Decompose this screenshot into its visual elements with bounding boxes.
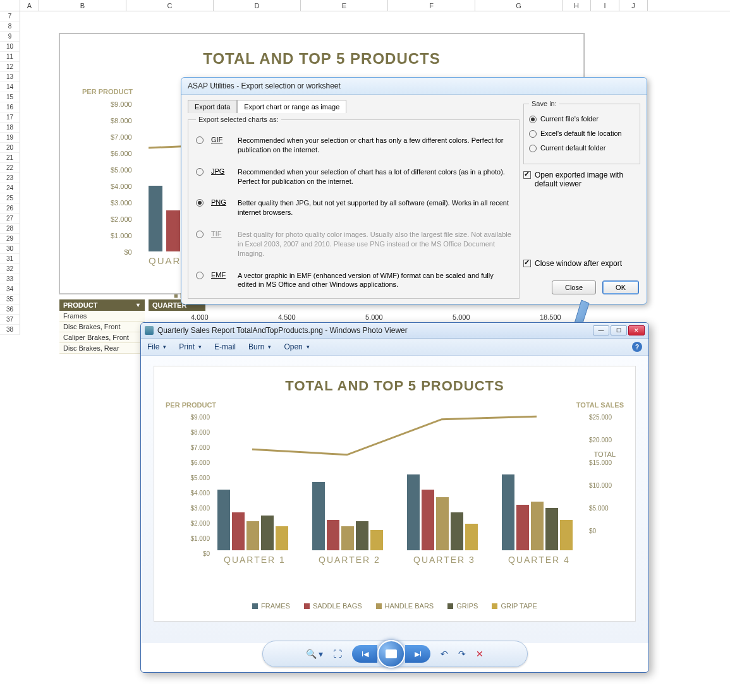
delete-icon[interactable]: ✕ bbox=[476, 649, 484, 659]
checkbox-icon[interactable] bbox=[523, 260, 531, 267]
chart-legend: FRAMESSADDLE BAGSHANDLE BARSGRIPSGRIP TA… bbox=[154, 602, 635, 610]
help-icon[interactable]: ? bbox=[632, 342, 642, 352]
row-header[interactable]: 22 bbox=[0, 163, 20, 173]
row-header[interactable]: 19 bbox=[0, 133, 20, 143]
open-viewer-option[interactable]: Open exported image with default viewer bbox=[523, 171, 640, 188]
row-header[interactable]: 35 bbox=[0, 294, 20, 305]
previous-button[interactable]: I◀ bbox=[352, 645, 377, 663]
menu-email[interactable]: E-mail bbox=[214, 342, 236, 351]
row-header[interactable]: 9 bbox=[0, 32, 20, 42]
row-header[interactable]: 33 bbox=[0, 274, 20, 284]
row-header[interactable]: 11 bbox=[0, 52, 20, 62]
row-header[interactable]: 21 bbox=[0, 153, 20, 163]
column-header[interactable]: D bbox=[214, 0, 301, 11]
fit-icon[interactable]: ⛶ bbox=[333, 649, 342, 659]
column-header[interactable]: C bbox=[126, 0, 214, 11]
row-header[interactable]: 23 bbox=[0, 173, 20, 183]
row-header[interactable]: 34 bbox=[0, 284, 20, 294]
row-header[interactable]: 17 bbox=[0, 112, 20, 123]
column-header[interactable]: H bbox=[563, 0, 591, 11]
filter-dropdown-icon[interactable]: ▼ bbox=[135, 302, 141, 308]
row-header[interactable]: 25 bbox=[0, 193, 20, 203]
tab-export-image[interactable]: Export chart or range as image bbox=[237, 100, 346, 113]
row-header[interactable]: 32 bbox=[0, 264, 20, 274]
row-header[interactable]: 13 bbox=[0, 72, 20, 82]
column-header[interactable]: J bbox=[619, 0, 648, 11]
row-header[interactable]: 16 bbox=[0, 102, 20, 112]
column-header[interactable] bbox=[0, 0, 20, 11]
table-cell[interactable]: 5.000 bbox=[453, 313, 470, 321]
row-header[interactable]: 37 bbox=[0, 315, 20, 325]
close-after-option[interactable]: Close window after export bbox=[523, 259, 640, 268]
row-header[interactable]: 7 bbox=[0, 11, 20, 21]
ok-button[interactable]: OK bbox=[602, 281, 639, 294]
save-option[interactable]: Current default folder bbox=[529, 144, 635, 152]
menu-file[interactable]: File bbox=[147, 342, 166, 351]
close-button[interactable]: Close bbox=[552, 281, 596, 294]
format-option-emf[interactable]: EMFA vector graphic in EMF (enhanced ver… bbox=[196, 271, 511, 290]
row-header[interactable]: 10 bbox=[0, 42, 20, 52]
format-option-gif[interactable]: GIFRecommended when your selection or ch… bbox=[196, 136, 511, 155]
radio-icon[interactable] bbox=[196, 168, 204, 176]
table-row[interactable]: Disc Brakes, Rear bbox=[59, 343, 145, 354]
row-header[interactable]: 8 bbox=[0, 21, 20, 32]
table-row[interactable]: Frames bbox=[59, 311, 145, 322]
zoom-icon[interactable]: 🔍 ▾ bbox=[306, 649, 324, 659]
row-header[interactable]: 27 bbox=[0, 214, 20, 224]
maximize-button[interactable]: ☐ bbox=[611, 325, 627, 335]
open-viewer-label: Open exported image with default viewer bbox=[535, 171, 640, 188]
column-header[interactable]: F bbox=[388, 0, 475, 11]
row-header[interactable]: 26 bbox=[0, 203, 20, 214]
close-button[interactable]: ✕ bbox=[628, 325, 645, 335]
save-option[interactable]: Excel's default file location bbox=[529, 130, 635, 138]
table-cell[interactable]: 4.000 bbox=[191, 313, 209, 321]
radio-icon[interactable] bbox=[196, 199, 204, 207]
row-header[interactable]: 29 bbox=[0, 234, 20, 244]
row-header[interactable]: 12 bbox=[0, 62, 20, 72]
row-header[interactable]: 14 bbox=[0, 82, 20, 92]
menu-print[interactable]: Print bbox=[179, 342, 202, 351]
row-header[interactable]: 38 bbox=[0, 325, 20, 335]
row-header[interactable]: 36 bbox=[0, 305, 20, 315]
radio-icon[interactable] bbox=[529, 145, 537, 152]
rotate-cw-icon[interactable]: ↷ bbox=[458, 649, 466, 659]
save-option[interactable]: Current file's folder bbox=[529, 115, 635, 123]
photo-viewer-window: Quarterly Sales Report TotalAndTopProduc… bbox=[140, 322, 649, 673]
radio-icon[interactable] bbox=[196, 136, 204, 144]
row-header[interactable]: 24 bbox=[0, 183, 20, 193]
table-row[interactable]: Disc Brakes, Front bbox=[59, 322, 145, 332]
slideshow-button[interactable] bbox=[377, 640, 405, 668]
menu-burn[interactable]: Burn bbox=[248, 342, 271, 351]
checkbox-icon[interactable] bbox=[523, 171, 531, 179]
table-cell[interactable]: 5.000 bbox=[365, 313, 383, 321]
minimize-button[interactable]: ― bbox=[593, 325, 609, 335]
row-header[interactable]: 31 bbox=[0, 254, 20, 264]
row-header[interactable]: 15 bbox=[0, 92, 20, 102]
row-header[interactable]: 28 bbox=[0, 224, 20, 234]
photo-viewer-titlebar[interactable]: Quarterly Sales Report TotalAndTopProduc… bbox=[141, 323, 648, 339]
rotate-ccw-icon[interactable]: ↶ bbox=[441, 649, 448, 659]
table-cell[interactable]: 18.500 bbox=[540, 313, 561, 321]
table-row[interactable]: Caliper Brakes, Front bbox=[59, 332, 145, 343]
format-option-png[interactable]: PNGBetter quality then JPG, but not yet … bbox=[196, 198, 511, 217]
tab-export-data[interactable]: Export data bbox=[188, 100, 237, 113]
column-header[interactable]: A bbox=[20, 0, 39, 11]
next-button[interactable]: ▶I bbox=[405, 645, 430, 663]
row-header[interactable]: 18 bbox=[0, 123, 20, 133]
radio-icon[interactable] bbox=[529, 130, 537, 138]
format-option-jpg[interactable]: JPGRecommended when your selection of ch… bbox=[196, 167, 511, 186]
column-header[interactable]: B bbox=[39, 0, 126, 11]
row-header[interactable]: 30 bbox=[0, 244, 20, 254]
row-header[interactable]: 20 bbox=[0, 143, 20, 153]
photo-viewer-body: TOTAL AND TOP 5 PRODUCTS PER PRODUCT TOT… bbox=[141, 356, 648, 643]
column-header[interactable]: I bbox=[591, 0, 619, 11]
radio-icon[interactable] bbox=[529, 116, 537, 123]
menu-open[interactable]: Open bbox=[284, 342, 309, 351]
radio-icon[interactable] bbox=[196, 272, 204, 279]
column-header[interactable]: G bbox=[475, 0, 563, 11]
column-header[interactable]: E bbox=[301, 0, 388, 11]
table-header-product[interactable]: PRODUCT ▼ bbox=[59, 299, 145, 311]
table-cell[interactable]: 4.500 bbox=[278, 313, 296, 321]
format-name: JPG bbox=[211, 167, 230, 175]
fieldset-legend: Export selected charts as: bbox=[196, 116, 281, 123]
